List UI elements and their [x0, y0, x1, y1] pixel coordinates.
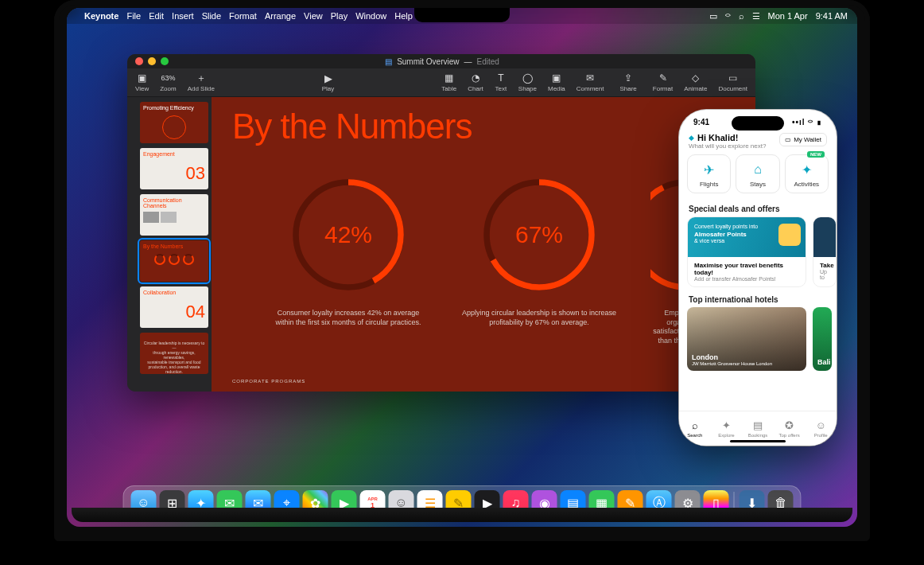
toolbar: ▣View 63%Zoom ＋Add Slide ▶Play ▦Table ◔C… [127, 68, 755, 97]
iphone-signal-icon: ••ıl ⌔ ▮ [792, 118, 822, 127]
greeting-sub: What will you explore next? [689, 142, 766, 150]
play-button[interactable]: ▶Play [322, 72, 335, 92]
tag-icon: ✪ [785, 419, 794, 431]
iphone-dynamic-island [732, 116, 784, 131]
format-button[interactable]: ✎Format [653, 72, 673, 92]
slide-footer: CORPORATE PROGRAMS [232, 379, 305, 384]
menu-insert[interactable]: Insert [172, 11, 194, 21]
wifi-icon[interactable]: ⌔ [725, 11, 731, 21]
laptop-frame: Keynote File Edit Insert Slide Format Ar… [54, 0, 870, 541]
menubar-date[interactable]: Mon 1 Apr [768, 11, 808, 21]
close-button[interactable] [135, 57, 143, 65]
hotels-heading: Top international hotels [679, 292, 837, 307]
offer-card-1[interactable]: Convert loyalty points intoAlmosafer Poi… [687, 216, 806, 287]
document-icon: ▤ [385, 57, 392, 66]
wallet-button[interactable]: ▭ My Wallet [779, 133, 827, 146]
slide-title: By the Numbers [232, 107, 735, 146]
window-status: Edited [477, 57, 499, 66]
comment-button[interactable]: ✉Comment [577, 72, 604, 92]
hotel-card-1[interactable]: London JW Marriott Grosvenor House Londo… [687, 307, 806, 371]
menu-view[interactable]: View [304, 11, 323, 21]
ticket-icon: ▤ [753, 419, 763, 431]
menubar-time[interactable]: 9:41 AM [816, 11, 848, 21]
window-title: Summit Overview [397, 57, 459, 66]
menu-play[interactable]: Play [331, 11, 347, 21]
activities-button[interactable]: NEW✦Activities [785, 154, 829, 193]
view-button[interactable]: ▣View [135, 72, 149, 92]
share-button[interactable]: ⇪Share [619, 72, 636, 92]
shape-button[interactable]: ◯Shape [518, 72, 537, 92]
ring-chart-2: 67% [479, 175, 599, 294]
menu-window[interactable]: Window [355, 11, 386, 21]
menu-help[interactable]: Help [394, 11, 413, 21]
tab-search[interactable]: ⌕Search [679, 411, 711, 446]
hotel-card-2[interactable]: Bali [813, 307, 832, 371]
text-button[interactable]: TText [495, 72, 507, 92]
battery-icon[interactable]: ▭ [709, 11, 717, 21]
slide-thumb-11[interactable]: 11Circular leadership is necessary to—th… [140, 333, 208, 374]
slide-thumb-9[interactable]: 9By the Numbers [140, 240, 208, 282]
person-icon: ☺ [816, 419, 826, 431]
slide-thumb-7[interactable]: 7Engagement03 [140, 148, 208, 189]
menu-slide[interactable]: Slide [202, 11, 221, 21]
add-slide-button[interactable]: ＋Add Slide [188, 72, 215, 92]
iphone-mirror: 9:41 ••ıl ⌔ ▮ ◆ Hi Khalid! What will you… [679, 110, 837, 446]
laptop-notch [414, 8, 510, 22]
offer-card-2[interactable]: TakeUp to [813, 216, 837, 287]
menu-edit[interactable]: Edit [149, 11, 164, 21]
deals-heading: Special deals and offers [679, 201, 837, 216]
media-button[interactable]: ▣Media [548, 72, 565, 92]
search-tab-icon: ⌕ [692, 419, 698, 431]
control-center-icon[interactable]: ☰ [752, 11, 760, 21]
new-badge: NEW [807, 151, 825, 158]
tab-profile[interactable]: ☺Profile [805, 411, 837, 446]
menu-arrange[interactable]: Arrange [265, 11, 296, 21]
plane-icon: ✈ [701, 162, 717, 177]
slide-navigator[interactable]: 6Promoting Efficiency 7Engagement03 8Com… [127, 97, 212, 392]
slide-thumb-10[interactable]: 10Collaboration04 [140, 286, 208, 328]
iphone-time: 9:41 [693, 118, 709, 127]
macos-desktop: Keynote File Edit Insert Slide Format Ar… [67, 8, 857, 527]
titlebar[interactable]: ▤ Summit Overview — Edited [127, 54, 755, 68]
balloon-icon: ✦ [798, 162, 814, 177]
home-indicator[interactable] [730, 440, 786, 442]
animate-button[interactable]: ◇Animate [684, 72, 707, 92]
zoom-button[interactable]: 63%Zoom [160, 72, 176, 92]
table-button[interactable]: ▦Table [441, 72, 456, 92]
flights-button[interactable]: ✈Flights [687, 154, 731, 193]
ring-caption-1: Consumer loyalty increases 42% on averag… [269, 309, 428, 327]
stays-button[interactable]: ⌂Stays [736, 154, 779, 193]
keynote-window: ▤ Summit Overview — Edited ▣View 63%Zoom… [127, 54, 755, 392]
slide-thumb-8[interactable]: 8Communication Channels [140, 194, 208, 236]
menu-format[interactable]: Format [229, 11, 257, 21]
app-logo-icon: ◆ [689, 134, 694, 142]
laptop-base [72, 508, 852, 522]
search-icon[interactable]: ⌕ [739, 11, 744, 21]
ring-chart-1: 42% [289, 175, 408, 294]
bed-icon: ⌂ [750, 162, 766, 177]
greeting: Hi Khalid! [697, 133, 738, 142]
minimize-button[interactable] [148, 57, 156, 65]
ring-caption-2: Applying circular leadership is shown to… [460, 309, 619, 327]
slide-canvas[interactable]: By the Numbers 42% Consumer loyalty incr… [212, 97, 755, 392]
chart-button[interactable]: ◔Chart [468, 72, 483, 92]
fullscreen-button[interactable] [161, 57, 169, 65]
compass-icon: ✦ [722, 419, 731, 431]
menubar-app[interactable]: Keynote [84, 11, 118, 21]
document-button[interactable]: ▭Document [719, 72, 747, 92]
wallet-icon: ▭ [785, 136, 791, 143]
menu-file[interactable]: File [126, 11, 141, 21]
slide-thumb-6[interactable]: 6Promoting Efficiency [140, 102, 208, 143]
